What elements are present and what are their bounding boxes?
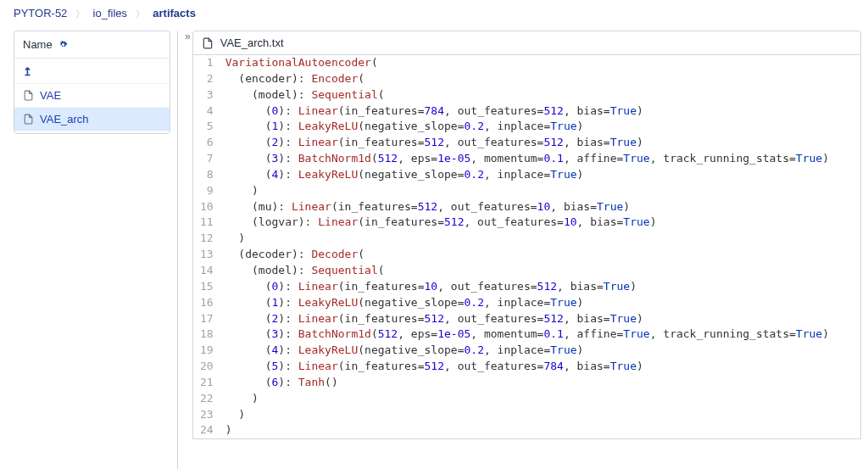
line-number: 7 (193, 151, 222, 167)
code-line: 15 (0): Linear(in_features=10, out_featu… (193, 279, 860, 295)
code-line: 21 (6): Tanh() (193, 375, 860, 391)
code-line: 22 ) (193, 391, 860, 407)
code-line: 9 ) (193, 183, 860, 199)
code-content: ) (222, 231, 245, 247)
line-number: 22 (193, 391, 222, 407)
tree-row-file[interactable]: VAE (14, 84, 170, 108)
line-number: 8 (193, 167, 222, 183)
code-content: ) (222, 407, 245, 423)
code-content: ) (222, 183, 259, 199)
code-line: 7 (3): BatchNorm1d(512, eps=1e-05, momen… (193, 151, 860, 167)
line-number: 19 (193, 343, 222, 359)
code-line: 24) (193, 422, 860, 438)
code-line: 11 (logvar): Linear(in_features=512, out… (193, 215, 860, 231)
line-number: 12 (193, 231, 222, 247)
file-icon (23, 90, 35, 101)
code-line: 4 (0): Linear(in_features=784, out_featu… (193, 103, 860, 120)
code-content: (model): Sequential( (222, 263, 385, 279)
code-line: 18 (3): BatchNorm1d(512, eps=1e-05, mome… (193, 327, 860, 343)
code-line: 2 (encoder): Encoder( (193, 71, 860, 87)
line-number: 13 (193, 247, 222, 263)
code-line: 23 ) (193, 407, 860, 423)
code-line: 1VariationalAutoencoder( (193, 55, 860, 71)
main-panel: » VAE_arch.txt 1VariationalAutoencoder(2… (185, 31, 861, 469)
code-content: (0): Linear(in_features=784, out_feature… (222, 103, 643, 120)
code-line: 12 ) (193, 231, 860, 247)
code-viewer[interactable]: 1VariationalAutoencoder(2 (encoder): Enc… (192, 55, 861, 439)
line-number: 11 (193, 215, 222, 231)
line-number: 2 (193, 71, 222, 87)
code-line: 14 (model): Sequential( (193, 263, 860, 279)
code-content: (mu): Linear(in_features=512, out_featur… (222, 199, 630, 215)
line-number: 24 (193, 422, 222, 438)
up-arrow-icon: ↥ (23, 65, 32, 78)
code-line: 16 (1): LeakyReLU(negative_slope=0.2, in… (193, 295, 860, 311)
line-number: 20 (193, 359, 222, 375)
code-line: 19 (4): LeakyReLU(negative_slope=0.2, in… (193, 343, 860, 359)
code-content: (1): LeakyReLU(negative_slope=0.2, inpla… (222, 295, 584, 311)
code-content: ) (222, 422, 232, 438)
line-number: 3 (193, 87, 222, 103)
line-number: 23 (193, 407, 222, 423)
chevron-right-icon: 〉 (75, 8, 85, 19)
code-line: 10 (mu): Linear(in_features=512, out_fea… (193, 199, 860, 215)
file-icon (23, 114, 35, 125)
vertical-divider (177, 31, 178, 469)
sidebar-header-label: Name (23, 38, 53, 51)
line-number: 1 (193, 55, 222, 71)
tree-row-label: VAE_arch (40, 113, 89, 126)
chevron-right-icon: 〉 (136, 8, 145, 19)
sidebar-header: Name (14, 31, 170, 59)
line-number: 16 (193, 295, 222, 311)
line-number: 14 (193, 263, 222, 279)
line-number: 17 (193, 311, 222, 327)
file-tree: ↥VAEVAE_arch (14, 59, 170, 133)
code-content: (4): LeakyReLU(negative_slope=0.2, inpla… (222, 167, 584, 183)
tree-row-up[interactable]: ↥ (14, 60, 170, 84)
code-content: (model): Sequential( (222, 87, 385, 103)
code-content: (0): Linear(in_features=10, out_features… (222, 279, 637, 295)
line-number: 21 (193, 375, 222, 391)
code-line: 6 (2): Linear(in_features=512, out_featu… (193, 135, 860, 151)
code-content: (6): Tanh() (222, 375, 338, 391)
code-content: (4): LeakyReLU(negative_slope=0.2, inpla… (222, 343, 584, 359)
code-content: (2): Linear(in_features=512, out_feature… (222, 311, 643, 327)
line-number: 9 (193, 183, 222, 199)
code-content: (1): LeakyReLU(negative_slope=0.2, inpla… (222, 119, 584, 135)
line-number: 10 (193, 199, 222, 215)
file-header: VAE_arch.txt (192, 31, 861, 55)
code-line: 20 (5): Linear(in_features=512, out_feat… (193, 359, 860, 375)
collapse-handle-icon[interactable]: » (185, 31, 191, 42)
code-content: (2): Linear(in_features=512, out_feature… (222, 135, 643, 151)
code-line: 8 (4): LeakyReLU(negative_slope=0.2, inp… (193, 167, 860, 183)
code-content: (5): Linear(in_features=512, out_feature… (222, 359, 643, 375)
code-content: ) (222, 391, 259, 407)
code-line: 17 (2): Linear(in_features=512, out_feat… (193, 311, 860, 327)
code-content: (logvar): Linear(in_features=512, out_fe… (222, 215, 657, 231)
line-number: 6 (193, 135, 222, 151)
tree-row-file[interactable]: VAE_arch (14, 108, 170, 131)
line-number: 15 (193, 279, 222, 295)
breadcrumb-item-0[interactable]: PYTOR-52 (14, 7, 67, 20)
file-name: VAE_arch.txt (220, 36, 284, 49)
line-number: 5 (193, 119, 222, 135)
code-content: (decoder): Decoder( (222, 247, 364, 263)
line-number: 4 (193, 103, 222, 120)
code-content: VariationalAutoencoder( (222, 55, 378, 71)
breadcrumb-item-2[interactable]: artifacts (153, 7, 196, 20)
breadcrumb: PYTOR-52 〉 io_files 〉 artifacts (0, 0, 868, 27)
code-line: 3 (model): Sequential( (193, 87, 860, 103)
code-line: 5 (1): LeakyReLU(negative_slope=0.2, inp… (193, 119, 860, 135)
line-number: 18 (193, 327, 222, 343)
code-content: (encoder): Encoder( (222, 71, 364, 87)
code-content: (3): BatchNorm1d(512, eps=1e-05, momentu… (222, 151, 829, 167)
code-content: (3): BatchNorm1d(512, eps=1e-05, momentu… (222, 327, 829, 343)
breadcrumb-item-1[interactable]: io_files (93, 7, 127, 20)
gear-icon[interactable] (58, 39, 69, 50)
code-line: 13 (decoder): Decoder( (193, 247, 860, 263)
file-tree-sidebar: Name ↥VAEVAE_arch (14, 31, 170, 134)
tree-row-label: VAE (40, 89, 61, 102)
file-icon (202, 37, 214, 49)
